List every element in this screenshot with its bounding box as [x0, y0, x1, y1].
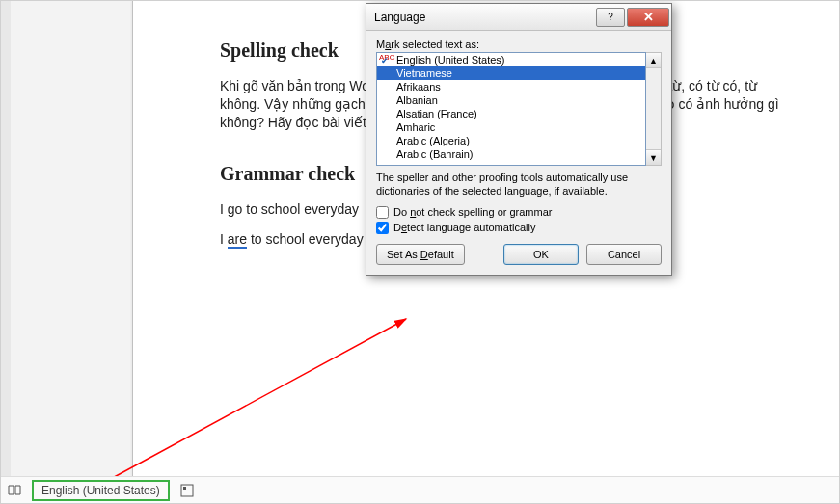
- svg-rect-1: [181, 485, 193, 496]
- set-default-button[interactable]: Set As Default: [376, 244, 465, 265]
- language-option[interactable]: Vietnamese: [377, 66, 645, 80]
- no-check-input[interactable]: [376, 206, 389, 219]
- proofing-note: The speller and other proofing tools aut…: [376, 172, 662, 199]
- language-listbox[interactable]: ABC✔English (United States)VietnameseAfr…: [376, 52, 646, 166]
- language-dialog: Language ? ✕ Mark selected text as: ABC✔…: [366, 3, 672, 276]
- cancel-button[interactable]: Cancel: [586, 244, 662, 265]
- svg-rect-2: [183, 487, 186, 490]
- detect-lang-input[interactable]: [376, 222, 389, 234]
- scroll-down-icon[interactable]: ▼: [646, 149, 661, 165]
- no-check-checkbox[interactable]: Do not check spelling or grammar: [376, 206, 662, 219]
- language-option[interactable]: Albanian: [377, 93, 645, 107]
- window-gutter: [1, 1, 11, 477]
- para3-suffix: to school everyday: [247, 231, 364, 247]
- language-indicator[interactable]: English (United States): [32, 480, 170, 501]
- help-button[interactable]: ?: [596, 8, 625, 27]
- language-option[interactable]: Arabic (Algeria): [377, 134, 645, 147]
- scroll-up-icon[interactable]: ▲: [646, 53, 661, 68]
- macro-icon[interactable]: [179, 483, 195, 498]
- document-margin: [11, 1, 132, 477]
- language-option[interactable]: ABC✔English (United States): [377, 53, 645, 66]
- dialog-titlebar[interactable]: Language ? ✕: [366, 4, 671, 31]
- status-bar: English (United States): [1, 476, 839, 503]
- dialog-title: Language: [374, 11, 596, 24]
- detect-lang-checkbox[interactable]: Detect language automatically: [376, 222, 662, 234]
- close-button[interactable]: ✕: [627, 8, 669, 27]
- listbox-scrollbar[interactable]: ▲ ▼: [646, 52, 662, 166]
- mark-selected-label: Mark selected text as:: [376, 39, 662, 50]
- language-option[interactable]: Alsatian (France): [377, 107, 645, 120]
- language-option[interactable]: Amharic: [377, 120, 645, 134]
- book-icon[interactable]: [7, 483, 22, 498]
- para3-prefix: I: [220, 231, 228, 247]
- grammar-error-word[interactable]: are: [228, 231, 247, 249]
- ok-button[interactable]: OK: [503, 244, 579, 265]
- language-option[interactable]: Afrikaans: [377, 80, 645, 93]
- language-option[interactable]: Arabic (Bahrain): [377, 147, 645, 161]
